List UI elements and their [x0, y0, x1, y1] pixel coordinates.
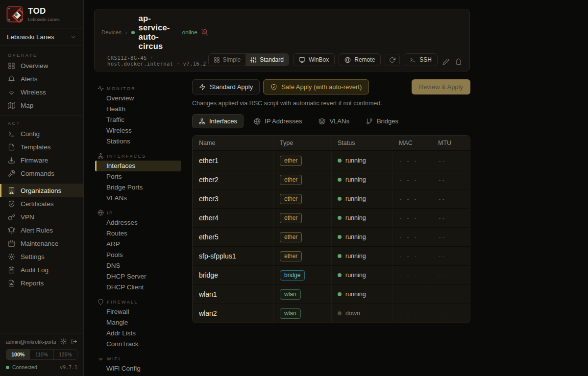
breadcrumb-devices[interactable]: Devices [101, 29, 122, 35]
subnav-item-overview[interactable]: Overview [95, 93, 181, 104]
mac-value: - - - [399, 234, 417, 240]
table-cell: - - - [392, 170, 432, 189]
subnav-item-vlans[interactable]: VLANs [95, 193, 181, 204]
table-cell: - - - [392, 189, 432, 208]
logout-icon[interactable] [71, 338, 77, 345]
table-row-ether2[interactable]: ether2etherrunning- - --- [193, 170, 470, 189]
subnav-section-label: MONITOR [107, 86, 136, 91]
tab-vlans[interactable]: VLANs [312, 114, 355, 128]
sidebar-item-maintenance[interactable]: Maintenance [0, 237, 83, 250]
tab-bridges[interactable]: Bridges [360, 114, 405, 128]
primary-nav: OPERATEOverviewAlertsWirelessMapACTConfi… [0, 46, 83, 333]
subnav-item-pools[interactable]: Pools [95, 250, 181, 260]
table-row-sfp-sfpplus1[interactable]: sfp-sfpplus1etherrunning- - --- [193, 246, 470, 265]
interface-name: bridge [199, 271, 218, 279]
mtu-value: -- [438, 215, 445, 221]
ssh-button[interactable]: SSH [404, 53, 438, 66]
subnav-item-dhcp-client[interactable]: DHCP Client [95, 282, 181, 293]
view-mode-simple[interactable]: Simple [209, 54, 246, 66]
subnav-item-traffic[interactable]: Traffic [95, 115, 181, 125]
subnav-item-health[interactable]: Health [95, 104, 181, 115]
status-running: running [338, 157, 366, 164]
sidebar-item-settings[interactable]: Settings [0, 250, 83, 263]
sidebar-item-config[interactable]: Config [0, 127, 83, 141]
sidebar-item-label: Overview [21, 62, 48, 70]
subnav-item-wifi-config[interactable]: WiFi Config [95, 363, 181, 374]
remote-button[interactable]: Remote [339, 53, 381, 66]
sidebar-item-organizations[interactable]: Organizations [0, 184, 83, 197]
download-icon [8, 157, 15, 164]
subnav-item-wireless[interactable]: Wireless [95, 125, 181, 136]
winbox-button[interactable]: WinBox [293, 53, 335, 66]
interface-name: ether2 [199, 176, 219, 184]
sidebar-item-commands[interactable]: Commands [0, 167, 83, 180]
subnav-item-routes[interactable]: Routes [95, 228, 181, 239]
activity-icon [98, 85, 104, 92]
subnav-item-ports[interactable]: Ports [95, 171, 181, 182]
sidebar-item-alerts[interactable]: Alerts [0, 72, 83, 86]
sidebar-item-alert-rules[interactable]: Alert Rules [0, 224, 83, 237]
device-online-dot [131, 31, 135, 34]
subnav-item-stations[interactable]: Stations [95, 136, 181, 147]
table-row-ether3[interactable]: ether3etherrunning- - --- [193, 189, 470, 208]
sidebar-item-audit-log[interactable]: Audit Log [0, 263, 83, 277]
subnav-item-conntrack[interactable]: ConnTrack [95, 339, 181, 350]
bell-off-icon[interactable] [201, 29, 208, 36]
table-row-ether5[interactable]: ether5etherrunning- - --- [193, 227, 470, 246]
refresh-button[interactable] [385, 54, 400, 66]
edit-device-icon[interactable] [441, 57, 450, 66]
table-cell: -- [432, 285, 470, 304]
hierarchy-icon [198, 118, 205, 125]
delete-device-icon[interactable] [454, 57, 463, 66]
subnav-item-mangle[interactable]: Mangle [95, 317, 181, 328]
subnav-item-addresses[interactable]: Addresses [95, 217, 181, 228]
type-badge: ether [280, 232, 302, 242]
safe-apply-button[interactable]: Safe Apply (with auto-revert) [263, 79, 369, 94]
view-mode-standard[interactable]: Standard [245, 54, 289, 66]
sidebar-item-vpn[interactable]: VPN [0, 211, 83, 224]
ui-zoom-125[interactable]: 125% [53, 350, 77, 359]
table-cell: ether2 [193, 170, 273, 189]
subnav-item-addr-lists[interactable]: Addr Lists [95, 328, 181, 339]
subnav-item-interfaces[interactable]: Interfaces [95, 161, 181, 171]
sidebar-item-firmware[interactable]: Firmware [0, 154, 83, 167]
app-name: TOD [28, 6, 60, 16]
sidebar-item-overview[interactable]: Overview [0, 59, 83, 72]
status-dot [338, 216, 342, 220]
remote-button-label: Remote [354, 56, 375, 63]
subnav-item-firewall[interactable]: Firewall [95, 306, 181, 317]
mtu-value: -- [438, 253, 445, 259]
sidebar-item-map[interactable]: Map [0, 99, 83, 112]
review-apply-button[interactable]: Review & Apply [412, 79, 470, 94]
column-header-mac: MAC [392, 136, 432, 150]
tab-interfaces[interactable]: Interfaces [192, 114, 244, 128]
table-cell: ether [273, 170, 331, 189]
subnav-section-label: WIFI [107, 356, 121, 361]
subnav-section-monitor: MONITOR [84, 79, 192, 93]
table-row-ether1[interactable]: ether1etherrunning- - --- [193, 151, 470, 170]
sidebar-item-certificates[interactable]: Certificates [0, 197, 83, 211]
standard-apply-button[interactable]: Standard Apply [192, 79, 260, 94]
theme-toggle-sun-icon[interactable] [60, 338, 67, 345]
table-row-wlan1[interactable]: wlan1wlanrunning- - --- [193, 284, 470, 304]
sidebar-item-templates[interactable]: Templates [0, 141, 83, 154]
org-selector[interactable]: Lebowski Lanes [0, 28, 83, 46]
sidebar-item-wireless[interactable]: Wireless [0, 86, 83, 99]
table-row-ether4[interactable]: ether4etherrunning- - --- [193, 208, 470, 227]
tab-ip-addresses[interactable]: IP Addresses [247, 114, 308, 128]
status-down: down [338, 310, 360, 317]
subnav-item-arp[interactable]: ARP [95, 239, 181, 250]
ui-zoom-100[interactable]: 100% [6, 350, 29, 359]
table-cell: running [331, 266, 392, 284]
table-row-bridge[interactable]: bridgebridgerunning- - --- [193, 265, 470, 284]
sidebar-item-label: Alerts [21, 75, 38, 83]
table-row-wlan2[interactable]: wlan2wlandown- - --- [193, 304, 470, 323]
subnav-item-dhcp-server[interactable]: DHCP Server [95, 271, 181, 282]
subnav-item-dns[interactable]: DNS [95, 260, 181, 271]
table-cell: -- [432, 228, 470, 246]
subnav-item-bridge-ports[interactable]: Bridge Ports [95, 182, 181, 193]
table-cell: -- [432, 209, 470, 227]
sidebar-item-label: Templates [21, 143, 51, 151]
sidebar-item-reports[interactable]: Reports [0, 277, 83, 290]
ui-zoom-110[interactable]: 110% [29, 350, 53, 359]
